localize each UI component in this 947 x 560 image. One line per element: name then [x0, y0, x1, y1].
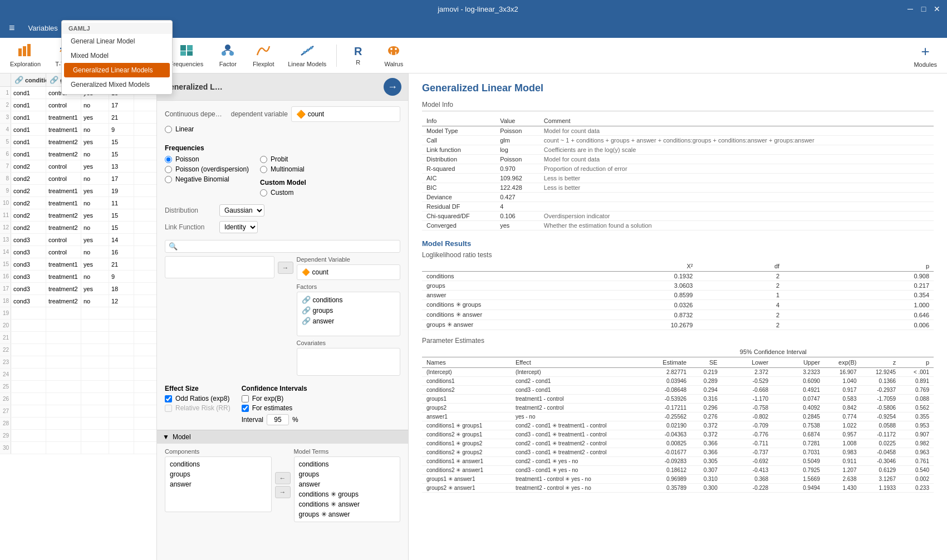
cell-count[interactable]: 15	[109, 209, 134, 221]
cell-count[interactable]	[109, 381, 134, 392]
cell-groups[interactable]	[46, 381, 81, 392]
component-item[interactable]: groups	[168, 469, 269, 479]
cell-conditions[interactable]	[11, 320, 46, 331]
dropdown-generalized-linear[interactable]: Generalized Linear Models	[157, 73, 170, 77]
cell-count[interactable]: 12	[109, 295, 134, 307]
multinomial-row[interactable]: Multinomial	[260, 165, 306, 173]
model-term-item[interactable]: groups	[297, 469, 398, 479]
model-term-item[interactable]: conditions ✳ groups	[297, 489, 398, 499]
cell-conditions[interactable]: cond2	[11, 160, 46, 172]
interval-input[interactable]	[267, 414, 289, 425]
nav-forward-button[interactable]: →	[384, 78, 401, 96]
cell-count[interactable]: 21	[109, 111, 134, 123]
cell-groups[interactable]: control	[46, 234, 81, 245]
menu-variables[interactable]: Variables	[22, 21, 65, 36]
link-function-select[interactable]: Identity Log Logit	[219, 221, 258, 233]
dep-var-arrow-btn[interactable]: →	[278, 262, 293, 274]
cell-answer[interactable]	[81, 442, 109, 454]
cell-conditions[interactable]: cond1	[11, 124, 46, 135]
cell-groups[interactable]: control	[46, 246, 81, 258]
cell-count[interactable]: 17	[109, 173, 134, 184]
cell-groups[interactable]	[46, 369, 81, 380]
cell-count[interactable]: 16	[109, 246, 134, 258]
cell-count[interactable]	[109, 307, 134, 319]
cell-answer[interactable]	[81, 369, 109, 380]
hamburger-menu[interactable]: ≡	[4, 20, 19, 36]
search-row[interactable]: 🔍	[165, 240, 400, 253]
cell-conditions[interactable]	[11, 344, 46, 356]
cell-conditions[interactable]: cond2	[11, 173, 46, 184]
comp-left-btn[interactable]: ←	[275, 472, 291, 484]
cell-conditions[interactable]	[11, 405, 46, 417]
cell-answer[interactable]	[81, 344, 109, 356]
for-expb-row[interactable]: For exp(B)	[242, 395, 307, 402]
cell-groups[interactable]	[46, 393, 81, 405]
model-term-item[interactable]: conditions	[297, 459, 398, 469]
distribution-select[interactable]: Gaussian Poisson Binomial	[219, 204, 264, 217]
cell-answer[interactable]: no	[81, 148, 109, 160]
poisson-radio[interactable]	[165, 156, 172, 163]
cell-count[interactable]	[109, 369, 134, 380]
cell-answer[interactable]	[81, 356, 109, 368]
cell-groups[interactable]: treatment1	[46, 185, 81, 197]
cell-groups[interactable]: treatment2	[46, 295, 81, 307]
cell-answer[interactable]: yes	[81, 111, 109, 123]
cell-answer[interactable]: yes	[81, 234, 109, 245]
toolbar-exploration[interactable]: Exploration	[4, 42, 46, 70]
maximize-button[interactable]: □	[919, 4, 928, 13]
cell-answer[interactable]: yes	[81, 283, 109, 294]
cell-conditions[interactable]: cond1	[11, 111, 46, 123]
cell-count[interactable]: 15	[109, 136, 134, 148]
cell-answer[interactable]: no	[81, 173, 109, 184]
odd-ratios-checkbox[interactable]	[165, 395, 172, 402]
cell-count[interactable]	[109, 320, 134, 331]
cell-count[interactable]: 17	[109, 99, 134, 111]
custom-radio[interactable]	[260, 189, 267, 197]
cell-conditions[interactable]: cond3	[11, 246, 46, 258]
cell-conditions[interactable]	[11, 381, 46, 392]
cell-conditions[interactable]	[11, 393, 46, 405]
cell-conditions[interactable]	[11, 442, 46, 454]
cell-answer[interactable]	[81, 405, 109, 417]
cell-answer[interactable]: no	[81, 197, 109, 209]
toolbar-modules[interactable]: + Modules	[908, 41, 943, 70]
cell-conditions[interactable]: cond3	[11, 258, 46, 270]
poisson-row[interactable]: Poisson	[165, 155, 249, 163]
cell-answer[interactable]	[81, 332, 109, 343]
for-estimates-checkbox[interactable]	[242, 405, 249, 412]
cell-answer[interactable]: yes	[81, 258, 109, 270]
dropdown-generalized-mixed[interactable]: Generalized Mixed Models	[157, 77, 172, 92]
neg-binomial-row[interactable]: Negative Binomial	[165, 175, 249, 183]
cell-answer[interactable]	[81, 381, 109, 392]
cell-conditions[interactable]: cond2	[11, 185, 46, 197]
cell-conditions[interactable]: cond1	[11, 87, 46, 99]
relative-risk-row[interactable]: Relative Risk (RR)	[165, 404, 230, 412]
cell-answer[interactable]: no	[81, 222, 109, 233]
multinomial-radio[interactable]	[260, 166, 267, 173]
cell-groups[interactable]: control	[46, 99, 81, 111]
cell-groups[interactable]: treatment2	[46, 222, 81, 233]
cell-answer[interactable]	[81, 430, 109, 441]
cell-answer[interactable]: yes	[81, 160, 109, 172]
model-term-item[interactable]: groups ✳ answer	[297, 509, 398, 519]
toolbar-walrus[interactable]: Walrus	[377, 42, 410, 70]
cell-count[interactable]: 9	[109, 271, 134, 282]
cell-conditions[interactable]: cond3	[11, 271, 46, 282]
factor-var-item[interactable]: 🔗groups	[300, 305, 398, 316]
cell-groups[interactable]: treatment1	[46, 271, 81, 282]
cell-groups[interactable]: treatment1	[46, 111, 81, 123]
cell-groups[interactable]: treatment1	[46, 197, 81, 209]
cell-count[interactable]	[109, 442, 134, 454]
cell-groups[interactable]: treatment1	[46, 258, 81, 270]
cell-conditions[interactable]: cond2	[11, 209, 46, 221]
cell-conditions[interactable]: cond3	[11, 283, 46, 294]
cell-count[interactable]	[109, 356, 134, 368]
close-button[interactable]: ✕	[933, 4, 941, 13]
relative-risk-checkbox[interactable]	[165, 405, 172, 412]
factor-var-item[interactable]: 🔗conditions	[300, 294, 398, 305]
custom-row[interactable]: Custom	[260, 189, 306, 197]
cell-groups[interactable]	[46, 417, 81, 429]
model-term-item[interactable]: answer	[297, 479, 398, 489]
cell-conditions[interactable]: cond2	[11, 222, 46, 233]
cell-answer[interactable]: no	[81, 99, 109, 111]
